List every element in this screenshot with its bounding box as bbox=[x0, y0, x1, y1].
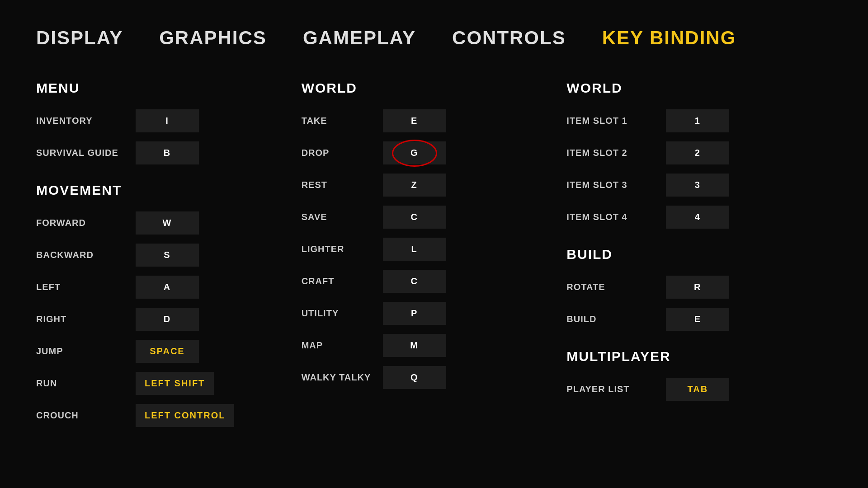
key-jump[interactable]: SPACE bbox=[136, 340, 199, 363]
binding-label-craft: CRAFT bbox=[302, 276, 374, 286]
binding-crouch: CROUCH LEFT CONTROL bbox=[36, 404, 302, 427]
key-item-slot-4[interactable]: 4 bbox=[666, 206, 729, 229]
binding-label-save: SAVE bbox=[302, 212, 374, 222]
binding-backward: BACKWARD S bbox=[36, 244, 302, 267]
binding-forward: FORWARD W bbox=[36, 211, 302, 235]
binding-left: LEFT A bbox=[36, 276, 302, 299]
key-crouch[interactable]: LEFT CONTROL bbox=[136, 404, 234, 427]
binding-label-backward: BACKWARD bbox=[36, 250, 127, 260]
key-walky-talky[interactable]: Q bbox=[383, 366, 446, 389]
binding-label-jump: JUMP bbox=[36, 346, 127, 357]
key-item-slot-3[interactable]: 3 bbox=[666, 174, 729, 197]
binding-label-drop: DROP bbox=[302, 148, 374, 158]
binding-run: RUN LEFT SHIFT bbox=[36, 372, 302, 395]
binding-label-build: BUILD bbox=[566, 314, 657, 324]
nav-key-binding[interactable]: KEY BINDING bbox=[602, 27, 736, 49]
key-player-list[interactable]: TAB bbox=[666, 378, 729, 401]
section-title-movement: MOVEMENT bbox=[36, 183, 302, 198]
binding-save: SAVE C bbox=[302, 206, 567, 229]
binding-survival-guide: SURVIVAL GUIDE B bbox=[36, 141, 302, 164]
binding-label-run: RUN bbox=[36, 378, 127, 389]
main-content: MENU INVENTORY I SURVIVAL GUIDE B MOVEME… bbox=[36, 80, 832, 436]
key-rotate[interactable]: R bbox=[666, 276, 729, 299]
binding-take: TAKE E bbox=[302, 109, 567, 132]
nav-graphics[interactable]: GRAPHICS bbox=[159, 27, 267, 49]
binding-label-survival-guide: SURVIVAL GUIDE bbox=[36, 148, 127, 158]
binding-map: MAP M bbox=[302, 334, 567, 357]
nav-gameplay[interactable]: GAMEPLAY bbox=[303, 27, 416, 49]
binding-craft: CRAFT C bbox=[302, 270, 567, 293]
binding-label-item-slot-4: ITEM SLOT 4 bbox=[566, 212, 657, 222]
binding-right: RIGHT D bbox=[36, 308, 302, 331]
key-drop[interactable]: G bbox=[383, 141, 446, 164]
binding-drop: DROP G bbox=[302, 141, 567, 164]
nav-display[interactable]: DISPLAY bbox=[36, 27, 123, 49]
binding-label-item-slot-1: ITEM SLOT 1 bbox=[566, 116, 657, 126]
column-middle: WORLD TAKE E DROP G REST Z SAVE C bbox=[302, 80, 567, 436]
binding-build: BUILD E bbox=[566, 308, 832, 331]
key-inventory[interactable]: I bbox=[136, 109, 199, 132]
binding-label-utility: UTILITY bbox=[302, 308, 374, 319]
binding-utility: UTILITY P bbox=[302, 302, 567, 325]
binding-label-inventory: INVENTORY bbox=[36, 116, 127, 126]
binding-inventory: INVENTORY I bbox=[36, 109, 302, 132]
column-left: MENU INVENTORY I SURVIVAL GUIDE B MOVEME… bbox=[36, 80, 302, 436]
key-forward[interactable]: W bbox=[136, 211, 199, 235]
binding-label-map: MAP bbox=[302, 340, 374, 351]
binding-label-forward: FORWARD bbox=[36, 218, 127, 228]
binding-label-player-list: PLAYER LIST bbox=[566, 384, 657, 394]
binding-player-list: PLAYER LIST TAB bbox=[566, 378, 832, 401]
binding-label-item-slot-2: ITEM SLOT 2 bbox=[566, 148, 657, 158]
column-right: WORLD ITEM SLOT 1 1 ITEM SLOT 2 2 ITEM S… bbox=[566, 80, 832, 436]
key-item-slot-2[interactable]: 2 bbox=[666, 141, 729, 164]
key-utility[interactable]: P bbox=[383, 302, 446, 325]
binding-rotate: ROTATE R bbox=[566, 276, 832, 299]
section-title-world-mid: WORLD bbox=[302, 80, 567, 96]
key-item-slot-1[interactable]: 1 bbox=[666, 109, 729, 132]
nav-controls[interactable]: CONTROLS bbox=[452, 27, 566, 49]
binding-item-slot-3: ITEM SLOT 3 3 bbox=[566, 174, 832, 197]
top-nav: DISPLAY GRAPHICS GAMEPLAY CONTROLS KEY B… bbox=[36, 27, 832, 49]
binding-label-take: TAKE bbox=[302, 116, 374, 126]
binding-label-crouch: CROUCH bbox=[36, 410, 127, 421]
binding-label-right: RIGHT bbox=[36, 314, 127, 324]
page: DISPLAY GRAPHICS GAMEPLAY CONTROLS KEY B… bbox=[0, 0, 868, 488]
binding-label-item-slot-3: ITEM SLOT 3 bbox=[566, 180, 657, 190]
section-title-world-right: WORLD bbox=[566, 80, 832, 96]
key-survival-guide[interactable]: B bbox=[136, 141, 199, 164]
binding-walky-talky: WALKY TALKY Q bbox=[302, 366, 567, 389]
binding-label-left: LEFT bbox=[36, 282, 127, 292]
key-run[interactable]: LEFT SHIFT bbox=[136, 372, 214, 395]
key-map[interactable]: M bbox=[383, 334, 446, 357]
key-lighter[interactable]: L bbox=[383, 238, 446, 261]
key-craft[interactable]: C bbox=[383, 270, 446, 293]
binding-item-slot-1: ITEM SLOT 1 1 bbox=[566, 109, 832, 132]
section-title-multiplayer: MULTIPLAYER bbox=[566, 349, 832, 364]
binding-rest: REST Z bbox=[302, 174, 567, 197]
key-right[interactable]: D bbox=[136, 308, 199, 331]
binding-label-lighter: LIGHTER bbox=[302, 244, 374, 254]
key-rest[interactable]: Z bbox=[383, 174, 446, 197]
section-title-menu: MENU bbox=[36, 80, 302, 96]
binding-jump: JUMP SPACE bbox=[36, 340, 302, 363]
key-backward[interactable]: S bbox=[136, 244, 199, 267]
key-take[interactable]: E bbox=[383, 109, 446, 132]
binding-label-rotate: ROTATE bbox=[566, 282, 657, 292]
binding-lighter: LIGHTER L bbox=[302, 238, 567, 261]
key-left[interactable]: A bbox=[136, 276, 199, 299]
binding-item-slot-2: ITEM SLOT 2 2 bbox=[566, 141, 832, 164]
section-title-build: BUILD bbox=[566, 247, 832, 262]
key-save[interactable]: C bbox=[383, 206, 446, 229]
binding-label-rest: REST bbox=[302, 180, 374, 190]
binding-item-slot-4: ITEM SLOT 4 4 bbox=[566, 206, 832, 229]
key-build[interactable]: E bbox=[666, 308, 729, 331]
binding-label-walky-talky: WALKY TALKY bbox=[302, 372, 374, 383]
